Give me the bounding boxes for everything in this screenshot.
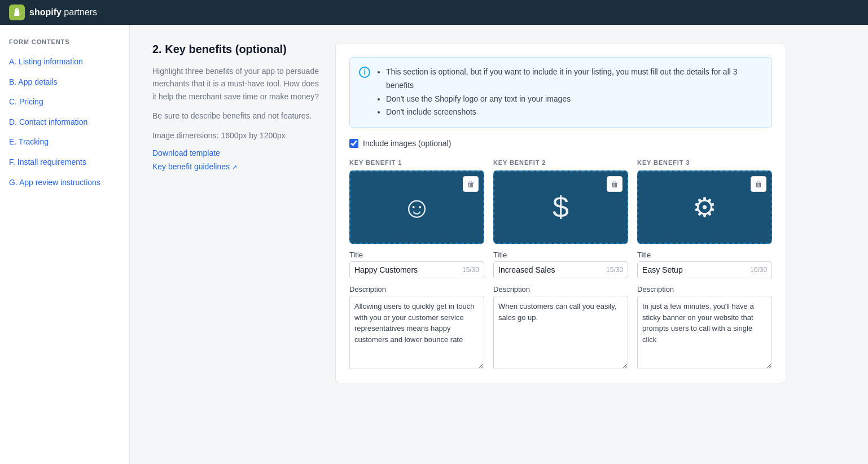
sidebar-item-tracking[interactable]: E. Tracking [0, 132, 129, 152]
topnav: shopify partners [0, 0, 868, 25]
include-images-row[interactable]: Include images (optional) [349, 139, 772, 148]
sidebar-item-listing[interactable]: A. Listing information [0, 52, 129, 72]
benefits-grid: KEY BENEFIT 1 ☺ 🗑 Title 15/30 Descriptio… [349, 159, 772, 369]
benefit-2-desc-label: Description [493, 285, 628, 294]
guidelines-link[interactable]: Key benefit guidelines ↗ [152, 162, 322, 171]
benefit-1-desc-textarea[interactable]: Allowing users to quickly get in touch w… [349, 296, 484, 369]
sidebar-section-title: FORM CONTENTS [0, 34, 129, 52]
benefit-3-desc-label: Description [637, 285, 772, 294]
info-bullet-1: This section is optional, but if you wan… [386, 65, 762, 93]
benefit-3-title-wrap[interactable]: 10/30 [637, 261, 772, 278]
sidebar-item-pricing[interactable]: C. Pricing [0, 92, 129, 112]
benefit-3-label: KEY BENEFIT 3 [637, 159, 772, 166]
download-template-link[interactable]: Download template [152, 148, 322, 157]
benefit-2-title-label: Title [493, 251, 628, 259]
main-content: 2. Key benefits (optional) Highlight thr… [130, 25, 868, 464]
benefit-2-desc-textarea[interactable]: When customers can call you easily, sale… [493, 296, 628, 369]
info-content: This section is optional, but if you wan… [377, 65, 762, 119]
benefit-3-title-input[interactable] [638, 262, 746, 278]
section-title: 2. Key benefits (optional) [152, 43, 322, 56]
benefit-3-title-label: Title [637, 251, 772, 259]
sidebar-item-contact[interactable]: D. Contact information [0, 112, 129, 133]
sidebar-item-app-details[interactable]: B. App details [0, 72, 129, 93]
benefit-3-image-upload[interactable]: ⚙ 🗑 [637, 170, 772, 244]
benefit-2-image-upload[interactable]: $ 🗑 [493, 170, 628, 244]
benefit-2-title-input[interactable] [494, 262, 602, 278]
smiley-icon: ☺ [402, 190, 432, 224]
info-bullet-3: Don't include screenshots [386, 106, 762, 119]
page-layout: FORM CONTENTS A. Listing information B. … [0, 25, 868, 464]
logo[interactable]: shopify partners [9, 5, 97, 20]
info-icon: i [359, 67, 370, 78]
section-desc-2: Be sure to describe benefits and not fea… [152, 110, 322, 122]
sidebar: FORM CONTENTS A. Listing information B. … [0, 25, 130, 464]
benefit-2-title-wrap[interactable]: 15/30 [493, 261, 628, 278]
info-bullet-2: Don't use the Shopify logo or any text i… [386, 93, 762, 106]
right-panel: i This section is optional, but if you w… [335, 43, 786, 383]
benefit-1-image-upload[interactable]: ☺ 🗑 [349, 170, 484, 244]
benefit-1-label: KEY BENEFIT 1 [349, 159, 484, 166]
gear-icon: ⚙ [692, 191, 717, 223]
sidebar-item-install[interactable]: F. Install requirements [0, 152, 129, 173]
benefit-2-delete-button[interactable]: 🗑 [607, 176, 622, 192]
benefit-2-label: KEY BENEFIT 2 [493, 159, 628, 166]
benefit-col-1: KEY BENEFIT 1 ☺ 🗑 Title 15/30 Descriptio… [349, 159, 484, 369]
benefit-1-delete-button[interactable]: 🗑 [463, 176, 479, 192]
benefit-1-title-input[interactable] [350, 262, 458, 278]
benefit-1-title-label: Title [349, 251, 484, 259]
benefit-1-title-wrap[interactable]: 15/30 [349, 261, 484, 278]
info-box: i This section is optional, but if you w… [349, 57, 772, 128]
content-area: 2. Key benefits (optional) Highlight thr… [152, 43, 773, 383]
benefit-1-desc-label: Description [349, 285, 484, 294]
shopify-bag-icon [9, 5, 25, 20]
benefit-col-2: KEY BENEFIT 2 $ 🗑 Title 15/30 Descriptio… [493, 159, 628, 369]
benefit-3-delete-button[interactable]: 🗑 [751, 176, 766, 192]
benefit-2-char-count: 15/30 [602, 266, 628, 274]
external-link-icon: ↗ [232, 164, 237, 170]
include-images-label: Include images (optional) [363, 139, 451, 148]
left-panel: 2. Key benefits (optional) Highlight thr… [152, 43, 322, 383]
dollar-icon: $ [553, 190, 569, 224]
section-desc-1: Highlight three benefits of your app to … [152, 65, 322, 103]
benefit-col-3: KEY BENEFIT 3 ⚙ 🗑 Title 10/30 Descriptio… [637, 159, 772, 369]
sidebar-item-review[interactable]: G. App review instructions [0, 173, 129, 193]
brand-text: shopify partners [29, 7, 97, 17]
benefit-3-char-count: 10/30 [746, 266, 771, 274]
include-images-checkbox[interactable] [349, 139, 358, 148]
benefit-3-desc-textarea[interactable]: In just a few minutes, you'll have a sti… [637, 296, 772, 369]
benefit-1-char-count: 15/30 [458, 266, 484, 274]
image-dim-label: Image dimensions: 1600px by 1200px [152, 129, 322, 142]
